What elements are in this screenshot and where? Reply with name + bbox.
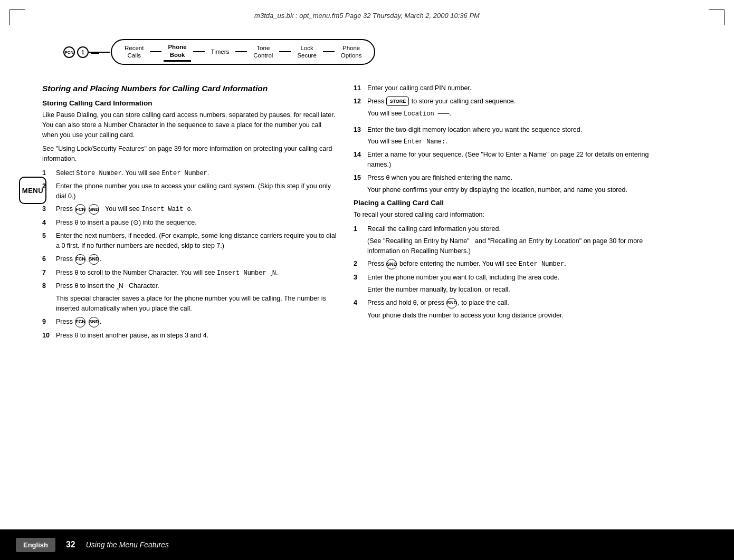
corner-mark-tr	[709, 9, 725, 25]
nav-outer-box: Recent Calls Phone Book Timers Tone Cont…	[111, 39, 375, 65]
right-column: 11 Enter your calling card PIN number. 1…	[354, 83, 649, 528]
bottom-bar: English 32 Using the Menu Features	[0, 529, 734, 560]
subsection2-title: Placing a Calling Card Call	[354, 199, 649, 207]
left-column: Storing and Placing Numbers for Calling …	[42, 83, 338, 528]
corner-mark-tl	[9, 9, 25, 25]
step-3: 3 Press FCN SND You will see Insert Wait…	[42, 204, 338, 215]
step-r1: 1 Recall the calling card information yo…	[354, 224, 649, 256]
step-12: 12 Press STORE to store your calling car…	[354, 96, 649, 122]
nav-separator-4	[279, 51, 291, 52]
right-steps-2: 1 Recall the calling card information yo…	[354, 224, 649, 321]
left-steps: 1 Select Store Number. You will see Ente…	[42, 168, 338, 341]
step-1: 1 Select Store Number. You will see Ente…	[42, 168, 338, 178]
step-8: 8 Press θ to insert the ‸N Character.	[42, 281, 338, 291]
para3: To recall your stored calling card infor…	[354, 210, 649, 220]
nav-item-tone-control[interactable]: Tone Control	[249, 43, 277, 61]
num-icon: 1	[77, 46, 89, 58]
section-title: Storing and Placing Numbers for Calling …	[42, 83, 338, 94]
main-content: Storing and Placing Numbers for Calling …	[42, 83, 702, 528]
nav-pill-container: Recent Calls Phone Book Timers Tone Cont…	[111, 39, 375, 65]
step-r4: 4 Press and hold θ, or press SND, to pla…	[354, 298, 649, 321]
step-15: 15 Press θ when you are finished enterin…	[354, 173, 649, 195]
step-4: 4 Press θ to insert a pause (⊙) into the…	[42, 218, 338, 228]
section-label: Using the Menu Features	[86, 540, 169, 549]
file-info: m3tda_us.bk : opt_menu.fm5 Page 32 Thurs…	[42, 12, 692, 20]
step-r2: 2 Press SND before entering the number. …	[354, 259, 649, 269]
nav-separator-5	[323, 51, 335, 52]
step-8-sub: This special character saves a place for…	[42, 294, 338, 314]
nav-item-timers[interactable]: Timers	[207, 47, 234, 57]
step-6: 6 Press FCN SND.	[42, 254, 338, 265]
step-11: 11 Enter your calling card PIN number.	[354, 83, 649, 93]
step-7: 7 Press θ to scroll to the Number Charac…	[42, 268, 338, 278]
step-10: 10 Press θ to insert another pause, as i…	[42, 331, 338, 341]
nav-item-lock-secure[interactable]: Lock Secure	[293, 43, 320, 61]
fcn-icon: FCN	[63, 46, 75, 58]
para2: See "Using Lock/Security Features" on pa…	[42, 144, 338, 164]
step-9: 9 Press FCN SND.	[42, 317, 338, 327]
page-number: 32	[66, 540, 75, 549]
nav-item-phone-options[interactable]: Phone Options	[337, 43, 366, 61]
step-14: 14 Enter a name for your sequence. (See …	[354, 150, 649, 170]
nav-separator-1	[150, 51, 161, 52]
nav-item-recent-calls[interactable]: Recent Calls	[120, 43, 148, 61]
step-r3: 3 Enter the phone number you want to cal…	[354, 273, 649, 295]
para1: Like Pause Dialing, you can store callin…	[42, 110, 338, 140]
nav-separator-3	[235, 51, 247, 52]
step-5: 5 Enter the next numbers, if needed. (Fo…	[42, 231, 338, 251]
language-label: English	[16, 538, 55, 552]
subsection1-title: Storing Calling Card Information	[42, 99, 338, 107]
nav-bar: FCN 1 Recent Calls Phone Book Timers	[63, 38, 702, 74]
step-2: 2 Enter the phone number you use to acce…	[42, 181, 338, 201]
nav-item-phone-book[interactable]: Phone Book	[164, 42, 190, 62]
step-13: 13 Enter the two-digit memory location w…	[354, 125, 649, 147]
nav-separator-2	[193, 51, 205, 52]
right-steps-1: 11 Enter your calling card PIN number. 1…	[354, 83, 649, 195]
